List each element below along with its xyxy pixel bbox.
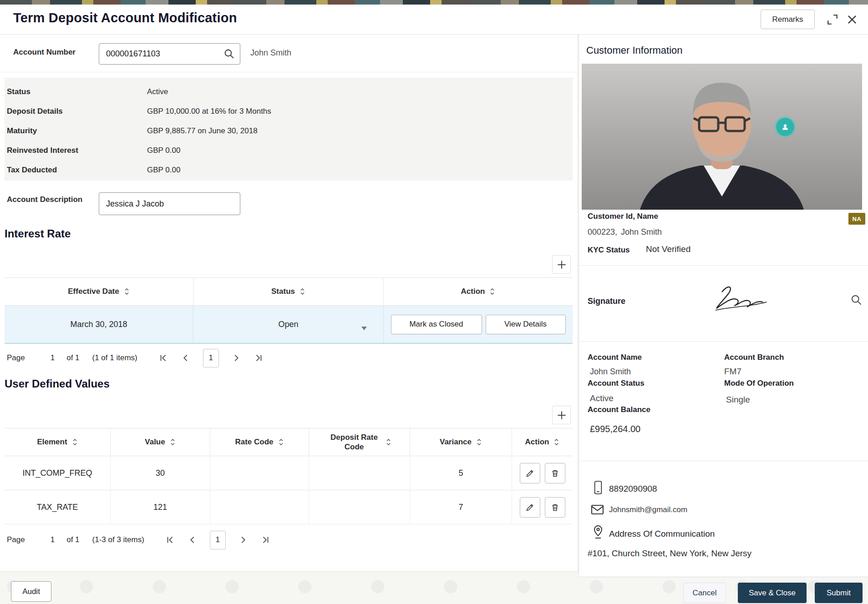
add-interest-rate-button[interactable] — [552, 255, 571, 274]
summary-label: Status — [7, 87, 147, 96]
status-dropdown[interactable]: Open — [193, 306, 384, 343]
rate-code-cell — [210, 490, 309, 524]
sort-icon — [72, 438, 78, 446]
element-cell: TAX_RATE — [5, 490, 111, 524]
divider — [579, 341, 868, 342]
summary-row: Status Active — [7, 82, 573, 101]
interest-rate-table-header: Effective Date Status Action — [5, 277, 573, 306]
page-title: Term Deposit Account Modification — [13, 10, 237, 25]
page-number-button[interactable]: 1 — [203, 349, 219, 367]
account-description-input[interactable] — [99, 192, 240, 215]
summary-value: Active — [147, 87, 168, 96]
term-deposit-modification-window: Term Deposit Account Modification Remark… — [0, 0, 868, 604]
column-header-udv-action[interactable]: Action — [512, 428, 573, 456]
effective-date-cell: March 30, 2018 — [5, 306, 193, 343]
previous-page-icon[interactable] — [181, 353, 191, 363]
sort-icon — [476, 438, 482, 446]
divider — [579, 461, 868, 461]
previous-page-icon[interactable] — [188, 535, 198, 545]
account-balance-value: £995,264.00 — [590, 424, 640, 434]
deposit-rate-code-cell — [309, 456, 410, 490]
remarks-button[interactable]: Remarks — [761, 10, 815, 29]
first-page-icon[interactable] — [158, 353, 168, 363]
value-cell: 30 — [111, 456, 210, 490]
column-header-element[interactable]: Element — [5, 428, 111, 456]
column-header-status[interactable]: Status — [193, 278, 384, 305]
summary-label: Maturity — [7, 126, 147, 136]
row-action-cell: Mark as Closed View Details — [384, 306, 573, 343]
customer-email: Johnsmith@gmail.com — [609, 505, 687, 514]
next-page-icon[interactable] — [231, 353, 241, 363]
mode-of-operation-label: Mode Of Operation — [724, 379, 794, 388]
interest-rate-heading: Interest Rate — [5, 227, 71, 240]
sort-icon — [124, 287, 130, 296]
account-balance-label: Account Balance — [588, 405, 650, 414]
last-page-icon[interactable] — [254, 353, 264, 363]
column-header-effective-date[interactable]: Effective Date — [5, 278, 193, 305]
delete-icon[interactable] — [545, 463, 565, 483]
page-number-button[interactable]: 1 — [210, 531, 226, 549]
mark-as-closed-button[interactable]: Mark as Closed — [391, 315, 482, 334]
account-name-label: Account Name — [588, 353, 642, 362]
summary-value: GBP 9,885.77 on June 30, 2018 — [147, 126, 258, 136]
account-number-input[interactable] — [99, 43, 240, 65]
customer-id-name-label: Customer Id, Name — [588, 212, 658, 221]
pagination-page-label: Page — [7, 535, 25, 544]
close-icon[interactable] — [846, 13, 858, 26]
column-header-action[interactable]: Action — [384, 278, 573, 305]
interest-rate-row: March 30, 2018 Open Mark as Closed View … — [5, 306, 573, 344]
deposit-summary-panel: Status Active Deposit Details GBP 10,000… — [5, 78, 573, 181]
sort-icon — [170, 438, 176, 446]
pagination-items-label: (1 of 1 items) — [92, 353, 137, 362]
column-header-rate-code[interactable]: Rate Code — [210, 428, 309, 456]
udv-table-row: TAX_RATE 121 7 — [5, 490, 573, 524]
last-page-icon[interactable] — [260, 535, 270, 545]
summary-row: Deposit Details GBP 10,000.00 at 16% for… — [7, 101, 573, 121]
sort-icon — [278, 438, 284, 446]
column-header-variance[interactable]: Variance — [410, 428, 512, 456]
column-header-value[interactable]: Value — [111, 428, 210, 456]
expand-icon[interactable] — [827, 14, 838, 25]
customer-id: 000223, — [588, 227, 617, 237]
pagination-items-label: (1-3 of 3 items) — [92, 535, 144, 544]
account-description-label: Account Description — [7, 195, 82, 204]
first-page-icon[interactable] — [165, 535, 175, 545]
account-number-label: Account Number — [13, 48, 76, 57]
variance-cell: 5 — [410, 456, 512, 490]
signature-image — [707, 283, 776, 317]
customer-information-heading: Customer Information — [586, 45, 683, 56]
summary-row: Maturity GBP 9,885.77 on June 30, 2018 — [7, 121, 573, 141]
submit-button[interactable]: Submit — [815, 583, 863, 603]
edit-icon[interactable] — [520, 463, 540, 483]
signature-zoom-icon[interactable] — [850, 294, 863, 306]
account-name-value: John Smith — [590, 367, 631, 377]
decorative-top-banner — [0, 0, 868, 5]
sort-icon — [489, 287, 495, 296]
search-icon[interactable] — [223, 48, 235, 60]
view-details-button[interactable]: View Details — [486, 315, 566, 334]
summary-row: Tax Deducted GBP 0.00 — [7, 160, 573, 180]
add-user-defined-value-button[interactable] — [552, 406, 571, 424]
customer-name: John Smith — [621, 227, 662, 237]
address-of-communication-label: Address Of Communication — [609, 529, 715, 539]
delete-icon[interactable] — [545, 497, 565, 518]
mode-of-operation-value: Single — [726, 395, 750, 405]
customer-id-name-value: 000223,John Smith — [588, 227, 662, 237]
element-cell: INT_COMP_FREQ — [5, 456, 111, 490]
audit-button[interactable]: Audit — [11, 581, 51, 602]
kyc-status-value: Not Verified — [646, 244, 690, 254]
next-page-icon[interactable] — [238, 535, 248, 545]
interest-rate-pagination: Page 1 of 1 (1 of 1 items) 1 — [7, 348, 264, 367]
value-cell: 121 — [111, 490, 210, 524]
pagination-of-label: of 1 — [66, 353, 79, 362]
edit-icon[interactable] — [520, 497, 540, 518]
summary-label: Tax Deducted — [7, 166, 147, 175]
cancel-button[interactable]: Cancel — [683, 583, 726, 603]
account-details-panel: Account Number John Smith Status Active … — [0, 35, 578, 572]
sort-icon — [553, 438, 559, 446]
customer-phone: 8892090908 — [609, 484, 657, 494]
column-header-deposit-rate-code[interactable]: Deposit Rate Code — [309, 428, 410, 456]
na-badge: NA — [848, 213, 865, 225]
save-and-close-button[interactable]: Save & Close — [738, 583, 807, 603]
account-branch-value: FM7 — [724, 367, 741, 377]
